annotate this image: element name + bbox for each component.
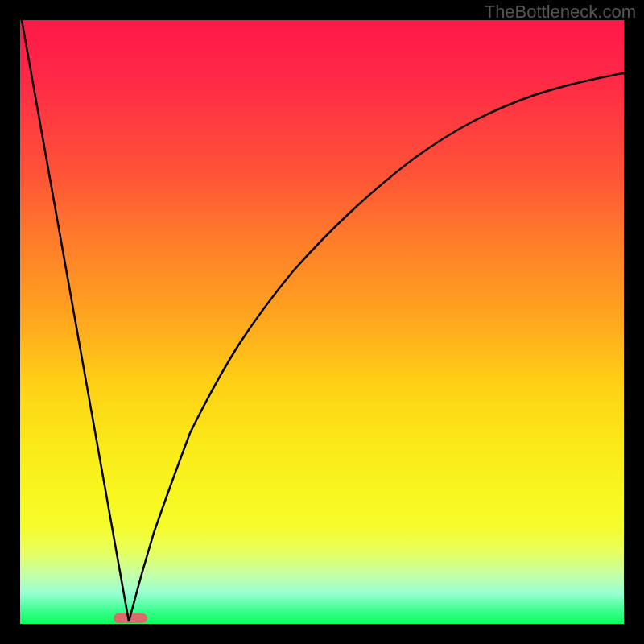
watermark-text: TheBottleneck.com [485, 2, 636, 23]
curve-left [22, 20, 129, 621]
frame-right [624, 0, 644, 644]
plot-area [20, 20, 624, 624]
bottleneck-curve [20, 20, 624, 624]
curve-right [129, 73, 624, 621]
frame-bottom [0, 624, 644, 644]
frame-left [0, 0, 20, 644]
chart-container: TheBottleneck.com [0, 0, 644, 644]
